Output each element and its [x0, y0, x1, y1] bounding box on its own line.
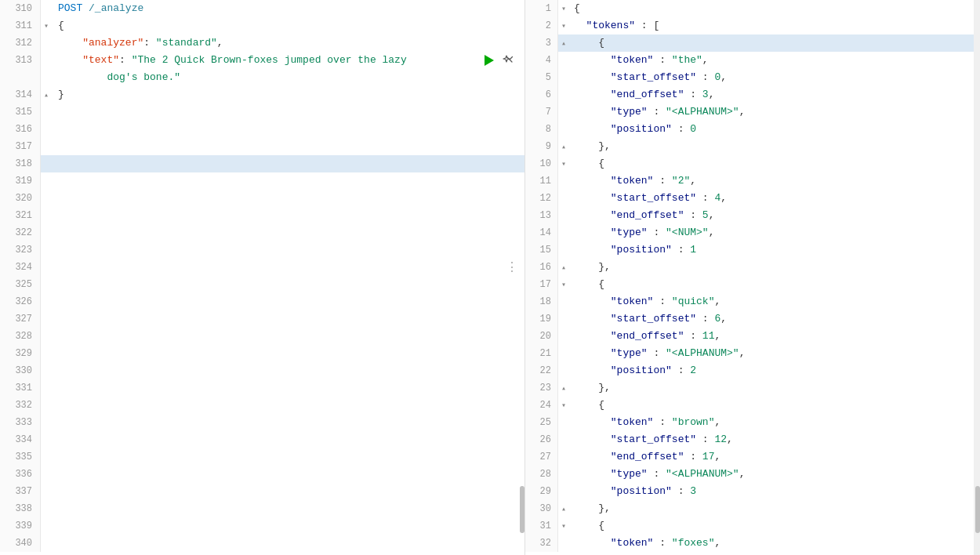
key-token: "position"	[611, 483, 672, 500]
json-content: {	[569, 34, 980, 52]
json-line-number: 31	[525, 517, 558, 535]
fold-toggle	[41, 259, 52, 276]
json-line: 11 "token" : "2",	[525, 172, 980, 190]
json-fold-toggle[interactable]: ▾	[558, 0, 569, 17]
json-content: "position" : 0	[569, 121, 980, 138]
punct-token	[574, 328, 611, 345]
json-line-number: 7	[525, 103, 558, 121]
colon-token: :	[684, 86, 702, 103]
code-line: 337	[0, 483, 524, 500]
json-line: 16▴ },	[525, 259, 980, 276]
punct-token	[574, 172, 611, 190]
json-content: "type" : "<ALPHANUM>",	[569, 103, 980, 121]
line-number: 336	[0, 466, 41, 483]
punct-token	[574, 17, 586, 34]
key-token: "token"	[611, 293, 654, 310]
json-fold-toggle[interactable]: ▾	[558, 155, 569, 172]
number-token: 1	[690, 241, 696, 259]
colon-token: :	[653, 52, 671, 69]
punct-token	[574, 121, 611, 138]
fold-toggle	[41, 362, 52, 379]
punct-token	[574, 276, 598, 293]
colon-token: :	[653, 414, 671, 431]
json-fold-toggle	[558, 190, 569, 207]
line-number: 327	[0, 310, 41, 328]
json-fold-toggle[interactable]: ▴	[558, 138, 569, 155]
json-content: {	[569, 0, 980, 17]
punct-token: ,	[727, 431, 733, 448]
number-token: 6	[714, 310, 720, 328]
punct-token: ,	[720, 69, 727, 86]
code-line: 311▾{	[0, 17, 524, 34]
line-number: 319	[0, 172, 41, 190]
json-line-number: 8	[525, 121, 558, 138]
fold-toggle	[41, 52, 52, 69]
json-fold-toggle[interactable]: ▴	[558, 34, 569, 52]
punct-token	[574, 379, 598, 397]
json-content: "start_offset" : 6,	[569, 310, 980, 328]
punct-token	[574, 138, 598, 155]
fold-toggle[interactable]: ▴	[41, 86, 52, 103]
key-token: "token"	[611, 535, 654, 552]
drag-handle[interactable]: ⋮	[506, 259, 518, 275]
json-fold-toggle[interactable]: ▴	[558, 259, 569, 276]
fold-toggle	[41, 448, 52, 466]
line-content	[52, 431, 524, 448]
json-line-number: 23	[525, 379, 558, 397]
line-number: 339	[0, 517, 41, 535]
json-fold-toggle[interactable]: ▾	[558, 276, 569, 293]
json-line: 26 "start_offset" : 12,	[525, 431, 980, 448]
json-fold-toggle[interactable]: ▴	[558, 379, 569, 397]
fold-toggle	[41, 414, 52, 431]
brace-token: {	[598, 397, 604, 414]
key-token: "position"	[611, 121, 672, 138]
punct-token: ,	[714, 448, 720, 466]
colon-token: :	[653, 535, 671, 552]
line-content	[52, 535, 524, 552]
json-fold-toggle[interactable]: ▾	[558, 17, 569, 34]
colon-token: :	[648, 466, 666, 483]
fold-toggle	[41, 310, 52, 328]
punct-token	[574, 535, 611, 552]
brace-token: {	[598, 34, 604, 52]
json-line: 14 "type" : "<NUM>",	[525, 224, 980, 241]
brace-token: {	[598, 517, 604, 535]
json-fold-toggle[interactable]: ▾	[558, 397, 569, 414]
json-content: "type" : "<ALPHANUM>",	[569, 345, 980, 362]
line-number: 324	[0, 259, 41, 276]
left-panel: 310POST /_analyze311▾{312 "analyzer": "s…	[0, 0, 525, 555]
key-token: "end_offset"	[611, 86, 684, 103]
punct-token	[574, 345, 611, 362]
json-fold-toggle	[558, 241, 569, 259]
key-token: "token"	[611, 414, 654, 431]
json-content: "end_offset" : 3,	[569, 86, 980, 103]
punct-token: ,	[714, 414, 720, 431]
code-line: 334	[0, 431, 524, 448]
json-line: 19 "start_offset" : 6,	[525, 310, 980, 328]
settings-button[interactable]	[501, 53, 515, 67]
line-content	[52, 224, 524, 241]
punct-token: ,	[702, 52, 709, 69]
punct-token: ,	[690, 172, 696, 190]
json-fold-toggle[interactable]: ▾	[558, 517, 569, 535]
fold-toggle	[41, 190, 52, 207]
key-token: "type"	[611, 345, 648, 362]
json-fold-toggle[interactable]: ▴	[558, 500, 569, 517]
fold-toggle	[41, 0, 52, 17]
line-number: 325	[0, 276, 41, 293]
code-line: 316	[0, 121, 524, 138]
punct-token	[58, 34, 82, 52]
brace-token: {	[574, 0, 580, 17]
right-panel: 1▾{2▾ "tokens" : [3▴ {4 "token" : "the",…	[525, 0, 980, 555]
key-token: "token"	[611, 52, 654, 69]
line-content	[52, 121, 524, 138]
code-line: 336	[0, 466, 524, 483]
line-number: 340	[0, 535, 41, 552]
json-content: "end_offset" : 11,	[569, 328, 980, 345]
run-button[interactable]	[482, 53, 496, 67]
fold-toggle[interactable]: ▾	[41, 17, 52, 34]
punct-token	[574, 190, 611, 207]
json-fold-toggle	[558, 207, 569, 224]
line-content	[52, 362, 524, 379]
json-content: "end_offset" : 5,	[569, 207, 980, 224]
